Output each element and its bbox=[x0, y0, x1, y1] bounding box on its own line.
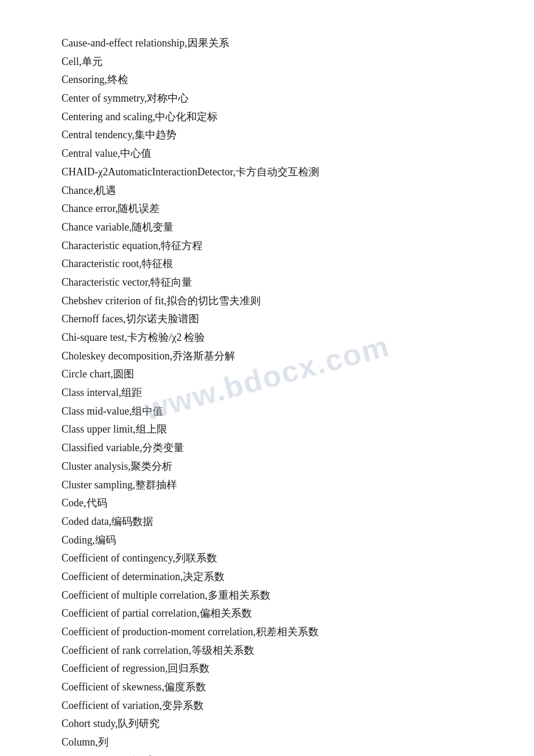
list-item: Coefficient of multiple correlation,多重相关… bbox=[62, 587, 472, 604]
term-english: Coefficient of partial correlation, bbox=[62, 607, 200, 619]
list-item: Column effect,列效应 bbox=[62, 753, 472, 756]
term-chinese: 单元 bbox=[82, 56, 103, 67]
term-english: Coefficient of determination, bbox=[62, 571, 183, 582]
list-item: Coding,编码 bbox=[62, 532, 472, 549]
list-item: Censoring,终检 bbox=[62, 71, 472, 89]
term-english: Cohort study, bbox=[62, 718, 118, 729]
term-english: Centering and scaling, bbox=[62, 111, 155, 123]
list-item: Coefficient of partial correlation,偏相关系数 bbox=[62, 605, 472, 622]
term-chinese: 多重相关系数 bbox=[208, 589, 270, 601]
term-english: Circle chart, bbox=[62, 368, 113, 380]
term-chinese: 列联系数 bbox=[175, 552, 217, 564]
list-item: Cause-and-effect relationship,因果关系 bbox=[62, 35, 472, 52]
term-english: Chernoff faces, bbox=[62, 313, 126, 325]
term-chinese: 卡方自动交互检测 bbox=[236, 166, 319, 178]
list-item: Choleskey decomposition,乔洛斯基分解 bbox=[62, 348, 472, 365]
term-chinese: 等级相关系数 bbox=[192, 645, 254, 656]
list-item: Cluster analysis,聚类分析 bbox=[62, 458, 472, 476]
list-item: Central tendency,集中趋势 bbox=[62, 127, 472, 144]
term-english: Chance error, bbox=[62, 203, 118, 214]
term-chinese: 特征向量 bbox=[150, 276, 192, 288]
list-item: Code,代码 bbox=[62, 495, 472, 512]
list-item: Cell,单元 bbox=[62, 53, 472, 71]
term-chinese: 分类变量 bbox=[142, 442, 184, 453]
list-item: Coded data,编码数据 bbox=[62, 513, 472, 531]
term-chinese: 整群抽样 bbox=[135, 479, 177, 491]
term-english: Coefficient of regression, bbox=[62, 663, 168, 674]
list-item: Chernoff faces,切尔诺夫脸谱图 bbox=[62, 311, 472, 328]
list-item: Coefficient of skewness,偏度系数 bbox=[62, 679, 472, 696]
term-chinese: 回归系数 bbox=[168, 663, 210, 674]
term-english: Coefficient of rank correlation, bbox=[62, 645, 192, 656]
term-english: Chebshev criterion of fit, bbox=[62, 295, 167, 307]
term-english: Cell, bbox=[62, 56, 82, 67]
term-english: Characteristic equation, bbox=[62, 240, 161, 251]
term-english: Coefficient of variation, bbox=[62, 700, 162, 711]
list-item: Coefficient of regression,回归系数 bbox=[62, 660, 472, 678]
term-chinese: 因果关系 bbox=[187, 37, 229, 49]
term-english: Characteristic vector, bbox=[62, 276, 150, 288]
term-english: Chi-square test, bbox=[62, 332, 127, 343]
term-list: Cause-and-effect relationship,因果关系Cell,单… bbox=[62, 35, 472, 756]
term-chinese: 拟合的切比雪夫准则 bbox=[167, 295, 261, 307]
list-item: Characteristic vector,特征向量 bbox=[62, 274, 472, 291]
term-english: Central tendency, bbox=[62, 129, 135, 141]
term-chinese: 特征方程 bbox=[161, 240, 203, 251]
list-item: Coefficient of determination,决定系数 bbox=[62, 568, 472, 586]
term-english: Code, bbox=[62, 497, 86, 509]
term-chinese: 组中值 bbox=[132, 405, 163, 417]
term-english: Chance, bbox=[62, 185, 95, 196]
term-english: Coding, bbox=[62, 534, 95, 546]
list-item: CHAID-χ2AutomaticInteractionDetector,卡方自… bbox=[62, 164, 472, 181]
term-chinese: 聚类分析 bbox=[131, 460, 172, 472]
list-item: Characteristic equation,特征方程 bbox=[62, 237, 472, 255]
list-item: Characteristic root,特征根 bbox=[62, 255, 472, 273]
term-english: Class upper limit, bbox=[62, 423, 136, 435]
list-item: Cohort study,队列研究 bbox=[62, 715, 472, 733]
list-item: Chance variable,随机变量 bbox=[62, 219, 472, 236]
term-english: Classified variable, bbox=[62, 442, 142, 453]
term-english: CHAID-χ2AutomaticInteractionDetector, bbox=[62, 166, 236, 178]
term-chinese: 随机误差 bbox=[118, 203, 160, 214]
term-chinese: 组上限 bbox=[136, 423, 167, 435]
list-item: Classified variable,分类变量 bbox=[62, 440, 472, 457]
term-english: Coefficient of multiple correlation, bbox=[62, 589, 208, 601]
list-item: Chance error,随机误差 bbox=[62, 200, 472, 218]
term-chinese: 队列研究 bbox=[118, 718, 160, 729]
term-english: Class interval, bbox=[62, 387, 121, 398]
list-item: Cluster sampling,整群抽样 bbox=[62, 477, 472, 494]
list-item: Class upper limit,组上限 bbox=[62, 421, 472, 438]
term-chinese: 组距 bbox=[121, 387, 142, 398]
term-chinese: 集中趋势 bbox=[135, 129, 176, 141]
term-chinese: 变异系数 bbox=[162, 700, 204, 711]
term-chinese: 中心化和定标 bbox=[155, 111, 218, 123]
term-chinese: 偏相关系数 bbox=[200, 607, 252, 619]
term-chinese: 编码数据 bbox=[111, 516, 153, 527]
term-english: Choleskey decomposition, bbox=[62, 350, 172, 362]
term-english: Coefficient of skewness, bbox=[62, 681, 164, 693]
term-english: Cause-and-effect relationship, bbox=[62, 37, 187, 49]
list-item: Centering and scaling,中心化和定标 bbox=[62, 109, 472, 126]
term-chinese: 中心值 bbox=[120, 147, 151, 159]
term-english: Coefficient of contingency, bbox=[62, 552, 175, 564]
term-chinese: 卡方检验/χ2 检验 bbox=[127, 332, 205, 343]
list-item: Coefficient of rank correlation,等级相关系数 bbox=[62, 642, 472, 660]
list-item: Coefficient of variation,变异系数 bbox=[62, 697, 472, 715]
term-chinese: 随机变量 bbox=[132, 221, 174, 233]
list-item: Class interval,组距 bbox=[62, 384, 472, 402]
term-english: Censoring, bbox=[62, 74, 107, 85]
term-english: Column, bbox=[62, 736, 98, 748]
term-chinese: 机遇 bbox=[95, 185, 116, 196]
term-chinese: 切尔诺夫脸谱图 bbox=[126, 313, 199, 325]
list-item: Central value,中心值 bbox=[62, 145, 472, 163]
term-chinese: 终检 bbox=[107, 74, 128, 85]
term-english: Cluster analysis, bbox=[62, 460, 131, 472]
term-chinese: 代码 bbox=[86, 497, 107, 509]
term-english: Class mid-value, bbox=[62, 405, 132, 417]
list-item: Column,列 bbox=[62, 734, 472, 751]
list-item: Coefficient of production-moment correla… bbox=[62, 624, 472, 641]
list-item: Circle chart,圆图 bbox=[62, 366, 472, 383]
term-chinese: 偏度系数 bbox=[164, 681, 206, 693]
list-item: Coefficient of contingency,列联系数 bbox=[62, 550, 472, 567]
term-chinese: 特征根 bbox=[142, 258, 173, 269]
